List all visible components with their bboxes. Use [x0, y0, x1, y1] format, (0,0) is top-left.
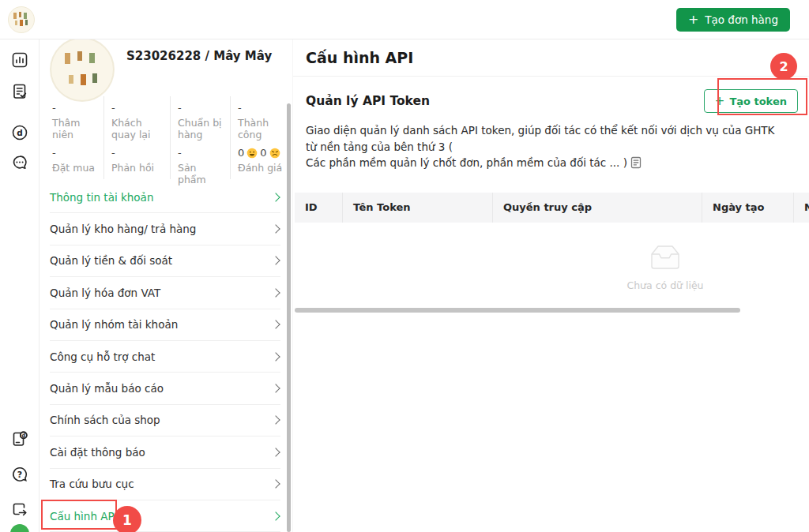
menu-item-label: Quản lý nhóm tài khoản [50, 318, 178, 331]
svg-text:?: ? [17, 470, 21, 480]
menu-item-label: Thông tin tài khoản [50, 191, 153, 204]
stat-label: Thành công [238, 117, 284, 140]
create-order-label: Tạo đơn hàng [705, 13, 778, 26]
app-window: + Tạo đơn hàng [0, 0, 809, 532]
column-header: Quyền truy cập [492, 193, 702, 223]
chevron-right-icon [271, 416, 280, 425]
shop-profile: S23026228 / Mây Mây [40, 39, 292, 96]
svg-text:d: d [17, 128, 23, 137]
stat-label: Đánh giá [238, 162, 284, 174]
rating-frown-icon [269, 148, 280, 159]
sidebar: S23026228 / Mây Mây - Thâm niên - Khách … [40, 39, 292, 532]
create-token-label: Tạo token [729, 96, 787, 107]
empty-inbox-icon [647, 242, 683, 273]
chevron-right-icon [271, 193, 280, 201]
stats-grid: - Thâm niên - Khách quay lại - Chuẩn bị … [50, 96, 292, 179]
topbar: + Tạo đơn hàng [0, 0, 809, 39]
shop-avatar-small[interactable] [8, 6, 35, 33]
plus-icon: + [688, 13, 698, 26]
stat-cell: - Sản phẩm [170, 141, 230, 179]
stat-label: Sản phẩm [178, 162, 227, 185]
rating-smile-icon [246, 148, 258, 159]
chevron-right-icon [271, 352, 280, 361]
sidebar-item-quan-ly-hoa-don-vat[interactable]: Quản lý hóa đơn VAT [50, 277, 280, 309]
menu-item-label: Cài đặt thông báo [50, 446, 145, 459]
stat-cell: - Đặt mua [50, 141, 103, 179]
help-icon[interactable]: ? [10, 465, 29, 484]
page-title: Cấu hình API [293, 39, 809, 77]
svg-text:d: d [21, 433, 25, 439]
chevron-right-icon [271, 384, 280, 392]
menu-item-label: Quản lý mẫu báo cáo [50, 382, 164, 395]
statistics-icon[interactable] [10, 51, 29, 69]
sidebar-item-chinh-sach-cua-shop[interactable]: Chính sách của shop [50, 405, 280, 436]
column-header: Ngày tạo [702, 193, 793, 223]
sidebar-item-quan-ly-mau-bao-cao[interactable]: Quản lý mẫu báo cáo [50, 373, 280, 404]
stat-label: Thâm niên [52, 117, 100, 140]
chevron-right-icon [271, 257, 280, 265]
stat-cell: - Phản hồi [103, 141, 170, 179]
shop-title: S23026228 / Mây Mây [126, 49, 272, 63]
logout-icon[interactable] [10, 500, 29, 519]
column-header: Tên Token [342, 193, 492, 223]
menu-item-label: Tra cứu bưu cục [50, 478, 134, 490]
create-token-button[interactable]: + Tạo token [704, 89, 798, 113]
sidebar-item-tra-cuu-buu-cuc[interactable]: Tra cứu bưu cục [50, 469, 280, 500]
menu-item-label: Quản lý kho hàng/ trả hàng [50, 223, 196, 235]
stat-value: - [238, 101, 284, 114]
empty-state-text: Chưa có dữ liệu [618, 279, 713, 291]
support-chat-fab[interactable] [10, 524, 29, 532]
mobile-app-icon[interactable]: d [10, 429, 29, 448]
orders-check-icon[interactable] [10, 82, 29, 101]
menu-item-label: Chính sách của shop [50, 414, 160, 426]
chevron-right-icon [271, 288, 280, 297]
section-description: Giao diện quản lý danh sách API token, g… [306, 122, 785, 171]
stat-value: - [178, 101, 227, 114]
rating-good-count: 0 [238, 147, 244, 159]
stat-value: - [52, 101, 100, 114]
d-circle-icon[interactable]: d [10, 123, 29, 142]
stat-value: - [178, 146, 227, 159]
chevron-right-icon [271, 511, 280, 520]
stat-label: Chuẩn bị hàng [178, 117, 227, 140]
create-order-button[interactable]: + Tạo đơn hàng [676, 8, 790, 32]
rating-bad-count: 0 [260, 147, 266, 159]
sidebar-item-quan-ly-kho-hang[interactable]: Quản lý kho hàng/ trả hàng [50, 213, 280, 245]
plus-icon: + [715, 96, 725, 107]
stat-value: - [111, 101, 167, 114]
description-line-1: Giao diện quản lý danh sách API token, g… [306, 124, 774, 153]
table-header-row: IDTên TokenQuyền truy cậpNgày tạoN [295, 193, 809, 223]
stat-label: Phản hồi [111, 162, 167, 174]
sidebar-item-quan-ly-tien-doi-soat[interactable]: Quản lý tiền & đối soát [50, 245, 280, 277]
stat-cell: 00 Đánh giá [230, 141, 287, 179]
document-link-icon[interactable] [630, 156, 642, 169]
empty-state: Chưa có dữ liệu [618, 242, 713, 291]
stat-label: Đặt mua [52, 162, 100, 174]
sidebar-item-cai-dat-thong-bao[interactable]: Cài đặt thông báo [50, 436, 280, 468]
icon-rail: d d [0, 39, 40, 532]
shop-avatar-large [51, 39, 114, 101]
menu-item-label: Công cụ hỗ trợ chat [50, 350, 155, 363]
stat-label: Khách quay lại [111, 117, 167, 140]
section-title: Quản lý API Token [306, 94, 430, 108]
sidebar-item-cong-cu-ho-tro-chat[interactable]: Công cụ hỗ trợ chat [50, 341, 280, 373]
menu-item-label: Cấu hình API [50, 510, 118, 523]
sidebar-item-thong-tin-tai-khoan[interactable]: Thông tin tài khoản [50, 182, 280, 213]
stat-value: 00 [238, 146, 284, 159]
sidebar-item-cau-hinh-api[interactable]: Cấu hình API [50, 500, 280, 532]
chevron-right-icon [271, 448, 280, 456]
sidebar-item-quan-ly-nhom-tai-khoan[interactable]: Quản lý nhóm tài khoản [50, 309, 280, 341]
horizontal-scrollbar[interactable] [295, 308, 740, 313]
sidebar-menu: Thông tin tài khoản Quản lý kho hàng/ tr… [40, 182, 292, 532]
main-content: Cấu hình API Quản lý API Token + Tạo tok… [292, 39, 809, 532]
sidebar-scrollbar[interactable] [287, 103, 291, 532]
chat-icon[interactable] [10, 153, 29, 172]
description-line-2: Các phần mềm quản lý chốt đơn, phần mềm … [306, 156, 627, 169]
stat-value: - [52, 146, 100, 159]
menu-item-label: Quản lý tiền & đối soát [50, 254, 172, 267]
table-body: Chưa có dữ liệu [295, 223, 809, 322]
stat-cell: - Chuẩn bị hàng [170, 96, 230, 141]
column-header: ID [295, 193, 342, 223]
chevron-right-icon [271, 224, 280, 233]
chevron-right-icon [271, 480, 280, 489]
